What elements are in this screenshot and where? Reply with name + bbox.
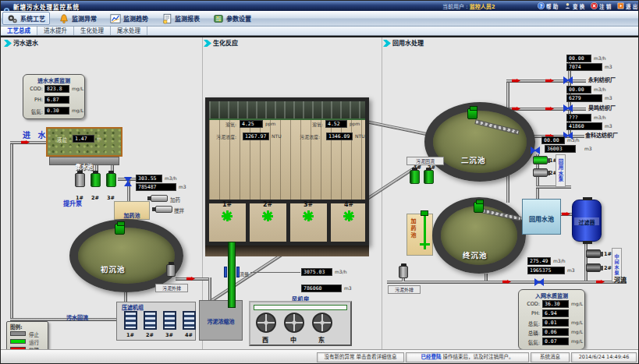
press-1-id: 1#: [126, 332, 134, 338]
help-icon: ?: [538, 2, 545, 9]
login-note: 操作结束后，请及时注销用户。: [443, 354, 514, 360]
stir-motor[interactable]: [155, 206, 172, 213]
dosing-motor[interactable]: [151, 195, 168, 202]
reuse-flow-total-unit: m3: [584, 146, 592, 151]
tab-bio-treatment[interactable]: 生化处理: [74, 27, 111, 35]
secondary-scraper-drive[interactable]: [467, 108, 477, 119]
lift-pump-3[interactable]: [106, 173, 116, 187]
alarm-status-segment[interactable]: 没有新的异常 单击查看详细信息: [317, 352, 404, 362]
reuse-valve[interactable]: [531, 147, 540, 154]
river-valve[interactable]: [534, 278, 544, 286]
sludge-return-pump-1[interactable]: [410, 170, 420, 184]
help-button[interactable]: ? 帮 助: [538, 2, 558, 10]
scada-window: 新塘污水处理监控系统 当前用户 : 监控人员2 ? 帮 助 变 换 注 销 退 …: [0, 0, 639, 364]
system-message-segment[interactable]: 系统消息: [531, 352, 570, 362]
secondary-sedimentation-tank: [424, 102, 535, 182]
blower-fan-middle[interactable]: [284, 313, 304, 333]
trend-chart-icon: [110, 13, 121, 24]
reuse-cross-pipe: [536, 186, 571, 189]
final-sludge-pump[interactable]: [399, 266, 408, 278]
inlet-cod-unit: mg/L: [72, 86, 83, 91]
filter-press-3[interactable]: [163, 311, 176, 330]
toolbar-parameter-settings[interactable]: 参数设置: [208, 12, 256, 25]
fan-east-id: 东: [318, 335, 325, 344]
cell-divider: [286, 203, 290, 242]
reuse-flow-rate: 00.00: [541, 136, 565, 144]
final-scraper-drive[interactable]: [474, 202, 484, 213]
air-flow-total-unit: m3: [344, 285, 352, 291]
inlet-cod-label: COD:: [24, 86, 43, 92]
datetime-segment: 2014/6/24 14:49:46: [571, 352, 637, 362]
level-label: 液位: [57, 136, 67, 143]
factory-1-total-unit: m3: [605, 64, 612, 69]
sludge-return-pump-2[interactable]: [424, 170, 434, 184]
outlet-ph-value: 6.94: [542, 309, 569, 317]
blower-fan-east[interactable]: [312, 313, 332, 333]
bypass-pipe: [10, 141, 13, 320]
bioreactor-roof: [209, 101, 365, 118]
toolbar-monitor-trends[interactable]: 监测趋势: [105, 12, 153, 25]
outlet-tn-unit: mg/L: [571, 320, 583, 325]
level-unit: m: [97, 136, 101, 141]
filter-press-2[interactable]: [144, 311, 157, 330]
primary-sludge-pump[interactable]: [166, 264, 176, 277]
filter-press-1[interactable]: [124, 311, 137, 330]
tab-tail-water[interactable]: 尾水处理: [111, 27, 147, 35]
collect-flow-total-unit: m3: [179, 184, 186, 189]
factory-3-rate: ???: [566, 114, 591, 122]
lift-pumps-label: 提升泵: [63, 199, 82, 207]
sludge-thickener: 污泥浓缩池: [199, 300, 243, 341]
filter-press-4[interactable]: [183, 311, 196, 330]
toolbar-monitor-alarms[interactable]: 监测异常: [54, 12, 101, 25]
lift-pump-1[interactable]: [75, 173, 85, 187]
inlet-cod-value: 823.8: [44, 85, 69, 93]
collect-flow-rate: 303.55: [136, 175, 162, 182]
logout-icon: [591, 2, 598, 9]
legend-stop-label: 停止: [29, 330, 39, 338]
primary-sludge-out-label: 污泥外排: [155, 284, 188, 292]
reuse-pump-1[interactable]: [533, 156, 548, 164]
sludge-left-unit: NTU: [272, 133, 282, 139]
toolbar-monitor-reports[interactable]: 监测报表: [157, 12, 204, 25]
filter-vessel: 过滤器: [572, 200, 602, 242]
gears-icon: [7, 13, 18, 24]
sludge-right-label: 污泥浓度:: [300, 133, 320, 140]
login-state: 已经登陆: [421, 354, 441, 360]
thickener-label: 污泥浓缩池: [200, 317, 242, 325]
legend-run-label: 运行: [29, 338, 39, 346]
tab-inlet-lift[interactable]: 进水提升: [37, 27, 74, 35]
inlet-nh3-label: 氨氮:: [24, 108, 43, 115]
primary-scraper-drive[interactable]: [115, 224, 125, 235]
lift-outlet-valve[interactable]: [124, 177, 132, 186]
tab-process-overview[interactable]: 工艺总成: [1, 27, 37, 35]
sludge-left-value: 1267.97: [243, 133, 269, 140]
outlet-tp-unit: mg/L: [571, 329, 583, 334]
outlet-tp-value: 0.06: [542, 328, 569, 336]
press-4-id: 4#: [185, 332, 193, 338]
filter-cap: [583, 241, 592, 244]
mixer-motor[interactable]: [421, 210, 428, 216]
factory-2-total-unit: m3: [605, 95, 612, 101]
alarm-bell-icon: [59, 13, 69, 24]
blower-fan-west[interactable]: [256, 313, 276, 333]
dose-label: 加药: [170, 196, 180, 203]
mid-pump-1[interactable]: [586, 249, 601, 258]
switch-user-button[interactable]: 变 换: [564, 2, 584, 10]
reuse-pump-2[interactable]: [533, 168, 548, 177]
exit-button[interactable]: 退 出: [617, 2, 637, 10]
mid-pump-2[interactable]: [586, 263, 601, 272]
toolbar-system-process[interactable]: 系统工艺: [2, 12, 50, 25]
discharge-total-unit: m3: [567, 267, 575, 273]
air-header-duct: [254, 305, 347, 310]
lift-pump-2-id: 2#: [91, 195, 99, 201]
dosing-tank-1: 加药池: [114, 201, 150, 220]
secondary-tank-label: 二沉池: [461, 154, 486, 165]
logout-button[interactable]: 注 销: [591, 2, 611, 10]
factory-1-rate-unit: m3/h: [594, 55, 606, 61]
sewage-return-label: 污水回流: [66, 313, 88, 321]
sludge-right-value: 1346.09: [326, 133, 353, 140]
lift-pump-2[interactable]: [91, 173, 101, 187]
zone-divider-2: [382, 37, 382, 349]
legend-run-swatch: [10, 339, 26, 344]
stir-label: 搅拌: [174, 207, 184, 214]
